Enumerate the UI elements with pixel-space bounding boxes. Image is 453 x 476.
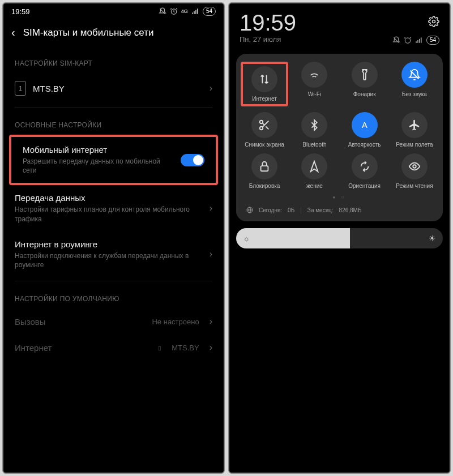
divider xyxy=(15,281,212,281)
quick-settings-screen: 19:59 Пн, 27 июля 54 ИнтернетWi-FiФонари… xyxy=(228,2,451,474)
qs-tile-label: Ориентация xyxy=(341,183,388,189)
brightness-low-icon: ☼ xyxy=(243,234,250,243)
qs-panel: ИнтернетWi-FiФонарикБез звукаСнимок экра… xyxy=(236,54,443,221)
eye-icon xyxy=(401,153,428,179)
globe-icon xyxy=(246,207,253,213)
month-value: 826,8МБ xyxy=(339,207,362,213)
status-bar: 19:59 4G 54 xyxy=(3,3,224,19)
back-icon[interactable]: ‹ xyxy=(11,26,15,39)
qs-tile-lock[interactable]: Блокировка xyxy=(241,153,288,189)
svg-point-3 xyxy=(260,121,263,124)
dnd-icon xyxy=(392,36,400,44)
mobile-internet-toggle[interactable] xyxy=(181,154,204,166)
qs-tile-eye[interactable]: Режим чтения xyxy=(391,153,438,189)
svg-text:A: A xyxy=(362,121,367,130)
qs-tile-label: Фонарик xyxy=(341,91,388,97)
default-internet-value: MTS.BY xyxy=(172,344,199,352)
qs-tile-auto-brightness[interactable]: AАвтояркость xyxy=(341,112,388,148)
qs-tile-label: Режим полета xyxy=(391,141,438,148)
today-label: Сегодня: xyxy=(259,207,282,213)
qs-tile-bell-off[interactable]: Без звука xyxy=(391,62,438,106)
data-usage-title: Передача данных xyxy=(15,193,203,203)
battery-pill: 54 xyxy=(203,7,216,16)
brightness-slider[interactable]: ☼ ☀ xyxy=(236,228,443,248)
sim-card-row[interactable]: 1 MTS.BY › xyxy=(3,73,224,104)
svg-rect-6 xyxy=(261,166,268,171)
bell-off-icon xyxy=(401,62,428,88)
default-internet-row[interactable]: Интернет ▯ MTS.BY › xyxy=(3,335,224,361)
dnd-icon xyxy=(159,7,166,15)
svg-point-2 xyxy=(405,38,410,43)
page-indicator: ● ○ xyxy=(241,195,438,200)
qs-tile-data-arrows[interactable]: Интернет xyxy=(241,62,288,106)
section-label-defaults: НАСТРОЙКИ ПО УМОЛЧАНИЮ xyxy=(3,285,224,308)
scissors-icon xyxy=(251,112,277,138)
qs-grid: ИнтернетWi-FiФонарикБез звукаСнимок экра… xyxy=(241,62,438,189)
network-4g-icon: 4G xyxy=(181,8,188,14)
chevron-right-icon: › xyxy=(210,203,212,213)
month-label: За месяц: xyxy=(307,207,334,213)
alarm-icon xyxy=(404,36,412,44)
qs-tile-label: Bluetooth xyxy=(290,141,338,148)
data-usage-sub: Настройки тарифных планов для контроля м… xyxy=(15,205,203,223)
highlight-mobile-internet: Мобильный интернет Разрешить передачу да… xyxy=(9,135,218,185)
data-usage-footer[interactable]: Сегодня: 0Б | За месяц: 826,8МБ xyxy=(241,203,438,216)
sim-slot-icon: 1 xyxy=(15,81,26,96)
qs-tile-label: Блокировка xyxy=(241,183,288,189)
qs-tile-flashlight[interactable]: Фонарик xyxy=(341,62,388,106)
qs-tile-scissors[interactable]: Снимок экрана xyxy=(241,112,288,148)
page-title: SIM-карты и мобильные сети xyxy=(23,27,154,38)
default-internet-title: Интернет xyxy=(15,343,151,353)
brightness-high-icon: ☀ xyxy=(429,234,436,243)
qs-tile-label: жение xyxy=(290,183,338,189)
qs-tile-label: Автояркость xyxy=(341,141,388,148)
section-label-sim: НАСТРОЙКИ SIM-КАРТ xyxy=(3,49,224,73)
default-calls-title: Вызовы xyxy=(15,317,145,327)
data-arrows-icon xyxy=(251,66,277,92)
signal-icon xyxy=(191,7,199,15)
chevron-right-icon: › xyxy=(210,249,212,259)
signal-icon xyxy=(415,36,423,44)
divider xyxy=(15,107,212,108)
alarm-icon xyxy=(170,7,178,15)
qs-time: 19:59 xyxy=(240,11,296,34)
default-calls-value: Не настроено xyxy=(152,318,199,326)
qs-tile-bluetooth[interactable]: Bluetooth xyxy=(290,112,338,148)
mobile-internet-title: Мобильный интернет xyxy=(23,145,174,155)
qs-header: 19:59 Пн, 27 июля 54 xyxy=(229,3,450,48)
chevron-right-icon: › xyxy=(210,316,212,327)
svg-point-1 xyxy=(433,20,435,23)
qs-tile-label: Без звука xyxy=(391,91,438,97)
qs-tile-label: Режим чтения xyxy=(391,183,438,189)
data-usage-row[interactable]: Передача данных Настройки тарифных плано… xyxy=(3,185,224,231)
svg-point-4 xyxy=(260,127,263,130)
wifi-icon xyxy=(301,62,327,88)
qs-tile-label: Wi-Fi xyxy=(290,91,338,97)
chevron-right-icon: › xyxy=(210,342,212,353)
roaming-sub: Настройки подключения к службам передачи… xyxy=(15,251,203,269)
roaming-row[interactable]: Интернет в роуминге Настройки подключени… xyxy=(3,231,224,277)
settings-gear-icon[interactable] xyxy=(392,16,439,30)
section-label-basic: ОСНОВНЫЕ НАСТРОЙКИ xyxy=(3,111,224,135)
chevron-right-icon: › xyxy=(210,83,212,93)
sim-name: MTS.BY xyxy=(33,84,203,93)
separator: | xyxy=(300,207,302,213)
sim-indicator-icon: ▯ xyxy=(158,345,161,351)
default-calls-row[interactable]: Вызовы Не настроено › xyxy=(3,308,224,335)
qs-tile-label: Интернет xyxy=(244,96,285,102)
mobile-internet-sub: Разрешить передачу данных по мобильной с… xyxy=(23,157,174,175)
flashlight-icon xyxy=(352,62,378,88)
qs-date: Пн, 27 июля xyxy=(240,35,296,44)
status-time: 19:59 xyxy=(11,7,30,16)
qs-tile-rotation[interactable]: Ориентация xyxy=(341,153,388,189)
qs-tile-label: Снимок экрана xyxy=(241,141,288,148)
settings-screen: 19:59 4G 54 ‹ SIM-карты и мобильные сети… xyxy=(2,2,225,474)
qs-tile-location[interactable]: жение xyxy=(290,153,338,189)
location-icon xyxy=(301,153,327,179)
qs-tile-wifi[interactable]: Wi-Fi xyxy=(290,62,338,106)
bluetooth-icon xyxy=(301,112,327,138)
qs-tile-airplane[interactable]: Режим полета xyxy=(391,112,438,148)
today-value: 0Б xyxy=(288,207,294,213)
mobile-internet-row[interactable]: Мобильный интернет Разрешить передачу да… xyxy=(11,137,216,183)
auto-brightness-icon: A xyxy=(352,112,378,138)
